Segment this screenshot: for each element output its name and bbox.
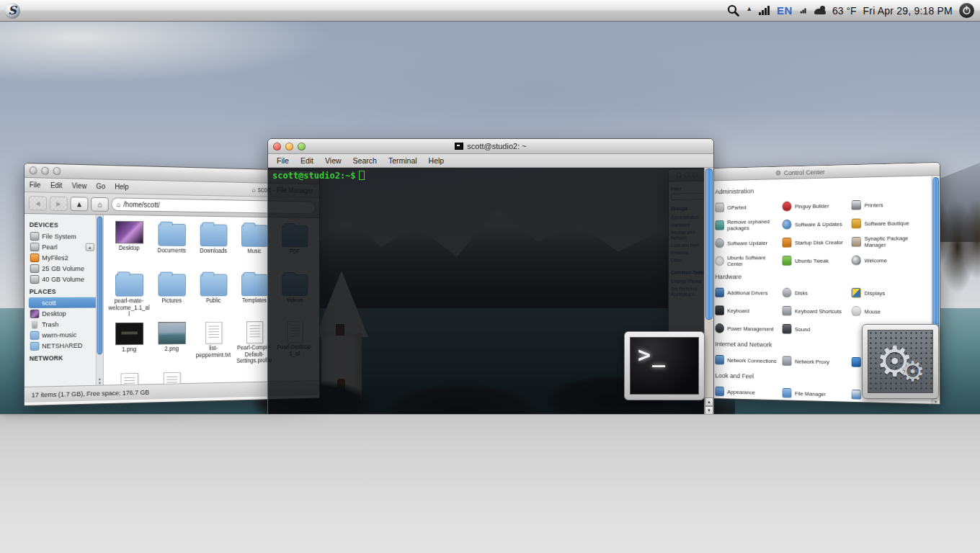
file-item[interactable]: Pearl MATE bbox=[151, 372, 192, 385]
control-center-item[interactable]: Disks bbox=[783, 284, 852, 302]
file-item[interactable]: pearl-mate-welcome_1.1_all bbox=[108, 271, 151, 323]
file-item[interactable]: Public bbox=[193, 272, 234, 322]
file-item[interactable]: Desktop bbox=[108, 221, 151, 272]
file-item[interactable]: Downloads bbox=[193, 222, 234, 272]
sidebar-device-item[interactable]: MyFiles2 ▲ bbox=[29, 252, 96, 263]
menu-item[interactable]: Help bbox=[110, 181, 133, 192]
network-header: NETWORK bbox=[30, 354, 96, 361]
sidebar-scrollbar-buttons[interactable]: ▲▼ bbox=[97, 377, 103, 385]
control-center-scrollbar-thumb[interactable] bbox=[932, 177, 939, 343]
sidebar-place-item[interactable]: scott bbox=[29, 297, 96, 308]
menu-item[interactable]: View bbox=[319, 155, 347, 166]
sidebar-place-item[interactable]: NETSHARED bbox=[29, 340, 96, 351]
file-item[interactable]: 2.png bbox=[151, 322, 192, 373]
item-icon bbox=[715, 238, 723, 248]
maximize-button[interactable] bbox=[298, 143, 306, 150]
close-button[interactable] bbox=[273, 143, 281, 150]
control-center-item[interactable]: Sound bbox=[783, 320, 852, 338]
forward-button[interactable]: ► bbox=[50, 196, 68, 210]
control-center-item[interactable]: Synaptic Package Manager bbox=[852, 232, 923, 251]
sidebar-place-item[interactable]: Desktop bbox=[29, 307, 96, 318]
item-label: Pinguy Builder bbox=[795, 202, 829, 210]
terminal-titlebar[interactable]: scott@studio2: ~ bbox=[268, 139, 713, 154]
control-center-item[interactable]: Network Proxy bbox=[783, 352, 852, 372]
control-center-app-icon[interactable]: ⚙⚙ bbox=[862, 324, 939, 399]
menu-item[interactable]: Go bbox=[92, 181, 110, 192]
terminal-cursor bbox=[359, 171, 365, 180]
keyboard-layout-indicator[interactable]: EN bbox=[777, 4, 793, 17]
back-button[interactable]: ◄ bbox=[29, 196, 47, 210]
file-label: Music bbox=[247, 248, 262, 255]
file-item[interactable]: list-peppermint.txt bbox=[193, 322, 234, 372]
file-item[interactable]: Pictures bbox=[151, 271, 192, 322]
menu-item[interactable]: File bbox=[271, 155, 295, 166]
minimize-button[interactable] bbox=[285, 143, 293, 150]
menu-item[interactable]: File bbox=[24, 179, 45, 191]
minimize-button[interactable] bbox=[41, 167, 49, 175]
menu-item[interactable]: Search bbox=[347, 155, 383, 166]
control-center-item[interactable]: Printers bbox=[852, 194, 923, 214]
sidebar-device-item[interactable]: 40 GB Volume ▲ bbox=[29, 274, 96, 284]
control-center-item[interactable]: Welcome bbox=[852, 251, 923, 269]
control-center-item[interactable]: File Manager bbox=[783, 384, 852, 404]
item-icon bbox=[715, 202, 723, 212]
item-icon bbox=[852, 200, 861, 210]
control-center-item[interactable]: Displays bbox=[852, 284, 923, 302]
control-center-item[interactable]: Ubuntu Tweak bbox=[783, 251, 852, 270]
item-label: Additional Drivers bbox=[727, 289, 767, 296]
control-center-item[interactable]: Network Connections bbox=[715, 351, 782, 370]
home-button[interactable]: ⌂ bbox=[91, 197, 109, 211]
item-label: Software Boutique bbox=[865, 220, 909, 227]
sidebar-place-item[interactable]: Trash bbox=[29, 318, 96, 330]
control-center-item[interactable]: Appearance bbox=[715, 382, 782, 402]
terminal-app-icon[interactable]: >_ bbox=[624, 331, 705, 400]
sidebar-place-item[interactable]: wwrn-music bbox=[29, 329, 96, 341]
menu-item[interactable]: Edit bbox=[45, 180, 67, 192]
temperature-indicator[interactable]: 63 °F bbox=[832, 5, 857, 17]
control-center-item[interactable]: Additional Drivers bbox=[715, 284, 782, 302]
sidebar-device-item[interactable]: File System ▲ bbox=[29, 230, 96, 242]
close-button[interactable] bbox=[30, 166, 37, 174]
control-center-item[interactable]: Keyboard bbox=[715, 302, 782, 320]
network-signal-icon[interactable] bbox=[759, 6, 770, 15]
caret-icon[interactable]: ▲ bbox=[746, 5, 752, 12]
item-icon bbox=[715, 288, 723, 297]
file-item[interactable]: Documents bbox=[151, 221, 192, 271]
control-center-item[interactable]: Remove orphaned packages bbox=[715, 215, 782, 234]
sidebar-device-item[interactable]: 25 GB Volume ▲ bbox=[29, 263, 96, 274]
menu-item[interactable]: Help bbox=[423, 155, 450, 166]
file-item[interactable]: Pearl MATE bbox=[108, 373, 151, 385]
item-label: Software Updater bbox=[727, 240, 767, 246]
battery-signal-icon[interactable] bbox=[801, 8, 806, 13]
control-center-item[interactable]: Power Management bbox=[715, 319, 782, 338]
control-center-item[interactable]: Software Boutique bbox=[852, 213, 923, 233]
terminal-scrollbar-thumb[interactable] bbox=[705, 168, 713, 320]
clock-indicator[interactable]: Fri Apr 29, 9:18 PM bbox=[863, 5, 953, 17]
power-icon[interactable] bbox=[959, 3, 974, 18]
file-item[interactable]: 1.png bbox=[108, 323, 151, 374]
menu-item[interactable]: Edit bbox=[295, 155, 319, 166]
sidebar-scrollbar-thumb[interactable] bbox=[97, 217, 103, 355]
control-center-item[interactable]: Ubuntu Software Center bbox=[715, 252, 782, 270]
menu-item[interactable]: Terminal bbox=[383, 155, 423, 166]
control-center-item[interactable]: Pinguy Builder bbox=[783, 196, 852, 215]
control-center-item[interactable]: Startup Disk Creator bbox=[783, 233, 852, 251]
control-center-item[interactable]: Software Updater bbox=[715, 233, 782, 252]
pearl-menu-icon[interactable]: S bbox=[4, 3, 20, 19]
terminal-scrollbar[interactable]: ▲ ▼ bbox=[704, 168, 713, 414]
weather-icon[interactable] bbox=[814, 6, 826, 14]
sidebar-device-item[interactable]: Pearl ▲ bbox=[29, 241, 96, 253]
scroll-up-button[interactable]: ▲ bbox=[705, 397, 713, 406]
search-icon[interactable] bbox=[727, 4, 739, 17]
item-icon bbox=[715, 355, 723, 365]
scroll-down-button[interactable]: ▼ bbox=[705, 406, 713, 414]
up-button[interactable]: ▲ bbox=[71, 197, 89, 211]
sidebar-scrollbar[interactable]: ▲▼ bbox=[97, 215, 104, 385]
control-center-item[interactable]: GParted bbox=[715, 197, 782, 217]
control-center-item[interactable]: Software & Updates bbox=[783, 215, 852, 234]
control-center-item[interactable]: Keyboard Shortcuts bbox=[783, 302, 852, 320]
control-center-item[interactable]: Mouse bbox=[852, 302, 923, 320]
maximize-button[interactable] bbox=[53, 167, 61, 175]
menu-item[interactable]: View bbox=[67, 180, 92, 192]
eject-icon[interactable]: ▲ bbox=[86, 243, 94, 251]
